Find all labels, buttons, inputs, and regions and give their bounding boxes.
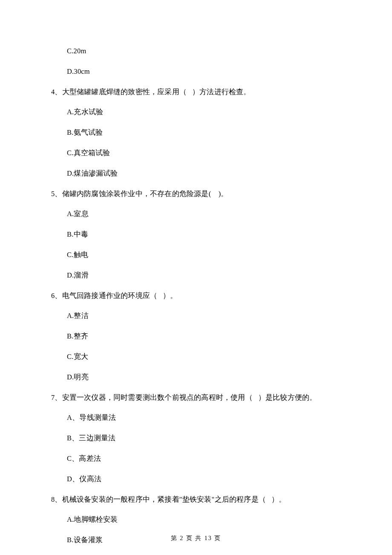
option-4a: A.充水试验 xyxy=(67,108,392,116)
question-6: 6、电气回路接通作业的环境应（ ）。 xyxy=(51,292,392,300)
question-8: 8、机械设备安装的一般程序中，紧接着"垫铁安装"之后的程序是（ ）。 xyxy=(51,495,392,504)
question-4: 4、大型储罐罐底焊缝的致密性，应采用（ ）方法进行检查。 xyxy=(51,88,392,96)
option-7c: C、高差法 xyxy=(67,454,392,463)
option-7d: D、仪高法 xyxy=(67,475,392,483)
option-5b: B.中毒 xyxy=(67,230,392,239)
option-6a: A.整洁 xyxy=(67,312,392,320)
question-7: 7、安置一次仪器，同时需要测出数个前视点的高程时，使用（ ）是比较方便的。 xyxy=(51,393,392,402)
page-footer: 第 2 页 共 13 页 xyxy=(0,535,392,542)
option-4b: B.氨气试验 xyxy=(67,128,392,137)
option-4d: D.煤油渗漏试验 xyxy=(67,169,392,178)
option-7a: A、导线测量法 xyxy=(67,413,392,422)
option-3c: C.20m xyxy=(67,47,392,55)
option-5a: A.室息 xyxy=(67,210,392,218)
option-4c: C.真空箱试验 xyxy=(67,149,392,157)
option-3d: D.30cm xyxy=(67,67,392,76)
option-6d: D.明亮 xyxy=(67,373,392,382)
option-6b: B.整齐 xyxy=(67,332,392,341)
option-8a: A.地脚螺栓安装 xyxy=(67,515,392,524)
question-5: 5、储罐内防腐蚀涂装作业中，不存在的危险源是( )。 xyxy=(51,190,392,198)
option-5c: C.触电 xyxy=(67,251,392,259)
option-7b: B、三边测量法 xyxy=(67,434,392,442)
document-page: C.20m D.30cm 4、大型储罐罐底焊缝的致密性，应采用（ ）方法进行检查… xyxy=(0,0,392,555)
option-5d: D.溜滑 xyxy=(67,271,392,280)
option-6c: C.宽大 xyxy=(67,353,392,361)
